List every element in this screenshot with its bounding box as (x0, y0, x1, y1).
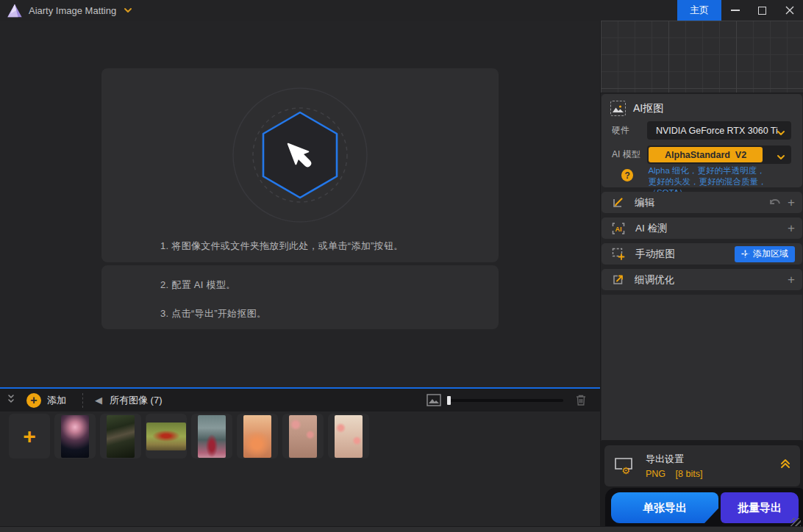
panel-manual-matting-label: 手动抠图 (635, 248, 675, 261)
export-settings-icon: ⚙ (613, 456, 635, 475)
thumbnail-tile-bike[interactable] (146, 414, 187, 459)
collapse-chevrons-up-icon[interactable] (779, 458, 791, 472)
thumbnail-image-orange-flowers (243, 415, 271, 458)
close-button[interactable] (776, 0, 803, 21)
toolbar-divider (82, 393, 83, 408)
panel-manual-matting[interactable]: 手动抠图 添加区域 (602, 243, 802, 265)
thumbnail-image-red-dress (198, 415, 226, 458)
ai-matting-header: AI抠图 (602, 94, 802, 116)
model-hint-line1: Alpha 细化，更好的半透明度， (648, 166, 765, 175)
app-logo-icon (7, 2, 23, 18)
export-settings-panel[interactable]: ⚙ 导出设置 PNG [8 bits] (604, 445, 800, 486)
single-export-button[interactable]: 单张导出 (611, 492, 718, 523)
slider-handle[interactable] (447, 396, 451, 405)
add-region-label: 添加区域 (753, 248, 788, 260)
thumbnail-size-icon (427, 394, 441, 406)
help-icon[interactable]: ? (621, 169, 633, 181)
model-hint-line2: 更好的头发，更好的混合质量， (648, 177, 766, 186)
drop-zone[interactable]: 1. 将图像文件或文件夹拖放到此处，或单击“添加”按钮。 (101, 68, 499, 262)
export-bits: [8 bits] (676, 469, 703, 479)
thumbnail-image-cream-flowers (335, 415, 363, 458)
fine-tune-icon (612, 273, 624, 286)
preview-grid-area (601, 21, 803, 93)
thumbnail-tile-orange-flowers[interactable] (237, 414, 278, 459)
export-dock: ⚙ 导出设置 PNG [8 bits] 单张导出 (601, 441, 803, 531)
right-sidebar: AI抠图 硬件 NVIDIA GeForce RTX 3060 Ti AI 模型… (600, 21, 803, 532)
thumbnail-tile-jellyfish[interactable] (54, 414, 96, 459)
add-region-plus-icon (741, 250, 749, 258)
batch-export-button[interactable]: 批量导出 (721, 492, 799, 523)
app-title: Aiarty Image Matting (29, 5, 116, 16)
close-icon (785, 6, 794, 15)
undo-icon[interactable] (768, 198, 782, 208)
thumbnail-image-bike (146, 423, 186, 450)
export-buttons-plate: 单张导出 批量导出 (605, 488, 803, 526)
panel-fine-tune[interactable]: 细调优化 + (602, 269, 802, 290)
export-format: PNG (646, 469, 665, 479)
add-images-label: 添加 (47, 394, 66, 407)
gear-icon: ⚙ (621, 465, 630, 475)
expand-plus-icon[interactable]: + (788, 222, 795, 234)
chevron-down-icon (777, 126, 785, 139)
expand-plus-icon[interactable]: + (788, 273, 795, 286)
home-button[interactable]: 主页 (677, 0, 721, 21)
add-images-button[interactable]: + (26, 393, 41, 408)
main-canvas: 1. 将图像文件或文件夹拖放到此处，或单击“添加”按钮。 2. 配置 AI 模型… (0, 21, 600, 387)
hardware-dropdown[interactable]: NVIDIA GeForce RTX 3060 Ti (647, 121, 791, 140)
maximize-button[interactable] (749, 0, 776, 21)
thumbnail-zoom-slider[interactable] (447, 399, 563, 402)
thumbnail-tile-forest-axe[interactable] (100, 414, 141, 459)
titlebar: Aiarty Image Matting 主页 (0, 0, 803, 21)
export-settings-title: 导出设置 (646, 453, 702, 466)
drop-zone-graphic (226, 82, 374, 229)
panel-edit[interactable]: 编辑 + (602, 192, 802, 213)
manual-select-icon (612, 248, 625, 260)
instruction-step-1: 1. 将图像文件或文件夹拖放到此处，或单击“添加”按钮。 (160, 240, 404, 253)
instruction-step-2: 2. 配置 AI 模型。 (160, 278, 236, 292)
gallery-toolbar: + 添加 ◀ 所有图像 (7) (0, 389, 600, 411)
maximize-icon (758, 7, 766, 15)
back-arrow-icon[interactable]: ◀ (95, 395, 102, 406)
panel-ai-detection-label: AI 检测 (635, 222, 668, 235)
model-value-pill: AlphaStandard V2 (649, 147, 763, 162)
instruction-box: 2. 配置 AI 模型。 3. 点击“导出”开始抠图。 (101, 265, 499, 329)
gallery-panel: + 添加 ◀ 所有图像 (7) + (0, 387, 600, 526)
plus-icon: + (23, 425, 36, 447)
thumbnail-tile-red-dress[interactable] (191, 414, 232, 459)
expand-plus-icon[interactable]: + (788, 196, 795, 209)
collapse-gallery-chevrons-down-icon[interactable] (6, 393, 16, 408)
image-matting-icon (610, 101, 626, 116)
app-menu-chevron-down-icon[interactable] (124, 7, 132, 13)
hardware-label: 硬件 (612, 124, 646, 137)
panel-fine-tune-label: 细调优化 (635, 273, 674, 287)
app-window: Aiarty Image Matting 主页 1. (0, 0, 803, 532)
model-dropdown[interactable]: AlphaStandard V2 (647, 145, 791, 164)
ai-matting-title: AI抠图 (633, 102, 663, 115)
window-footer-strip (0, 526, 803, 532)
gallery-filter-label: 所有图像 (7) (110, 394, 163, 407)
thumbnail-strip: + (9, 414, 369, 459)
thumbnail-image-garden-roses (289, 415, 317, 458)
svg-text:AI: AI (615, 225, 622, 232)
trash-icon[interactable] (575, 394, 587, 406)
model-label: AI 模型 (612, 148, 646, 161)
minimize-button[interactable] (721, 0, 749, 21)
thumbnail-image-forest-axe (107, 415, 135, 458)
edit-pencil-icon (612, 196, 624, 209)
panel-ai-detection[interactable]: AI AI 检测 + (602, 218, 802, 239)
ai-detect-icon: AI (612, 223, 625, 234)
instruction-step-3: 3. 点击“导出”开始抠图。 (160, 307, 266, 320)
thumbnail-image-jellyfish (61, 415, 89, 458)
sidebar-empty-area (602, 295, 802, 441)
thumbnail-tile-cream-flowers[interactable] (328, 414, 369, 459)
minimize-icon (731, 10, 740, 11)
add-region-button[interactable]: 添加区域 (735, 246, 795, 262)
add-image-tile[interactable]: + (9, 414, 50, 459)
panel-ai-matting: AI抠图 硬件 NVIDIA GeForce RTX 3060 Ti AI 模型… (602, 94, 802, 187)
panel-edit-label: 编辑 (635, 196, 654, 209)
chevron-down-icon (777, 150, 785, 163)
thumbnail-tile-garden-roses[interactable] (282, 414, 324, 459)
hardware-value: NVIDIA GeForce RTX 3060 Ti (656, 126, 778, 136)
